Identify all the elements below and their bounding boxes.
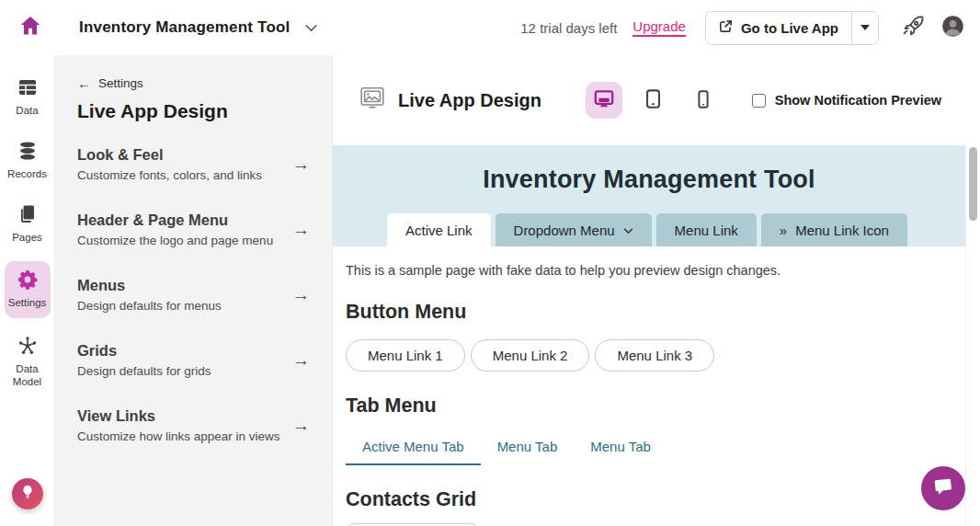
go-to-live-app-label: Go to Live App: [741, 20, 838, 36]
menu-tab[interactable]: Menu Tab: [574, 430, 667, 465]
phone-icon: [692, 88, 714, 113]
sidebar-item-data-model[interactable]: Data Model: [5, 330, 51, 394]
account-menu-button[interactable]: [940, 14, 965, 42]
external-link-icon: [719, 19, 733, 36]
rail-label: Records: [7, 168, 47, 181]
button-menu-heading: Button Menu: [346, 301, 967, 324]
preview-tab-menu-link-icon[interactable]: » Menu Link Icon: [761, 213, 907, 246]
preview-content: This is a sample page with fake data to …: [333, 263, 980, 526]
help-ideas-button[interactable]: [12, 478, 43, 509]
menu-item-title: View Links: [77, 407, 280, 425]
tab-label: Dropdown Menu: [514, 223, 615, 238]
back-label: Settings: [98, 76, 143, 90]
active-menu-tab[interactable]: Active Menu Tab: [346, 430, 481, 465]
menu-item-header-page-menu[interactable]: Header & Page Menu Customize the logo an…: [77, 212, 310, 247]
show-notification-label: Show Notification Preview: [775, 93, 941, 108]
caret-down-icon: [860, 25, 870, 35]
go-to-live-app-dropdown[interactable]: [851, 12, 878, 44]
show-notification-preview-control: Show Notification Preview: [752, 93, 941, 108]
arrow-right-icon: [292, 220, 310, 240]
preview-menu-bar: Active Link Dropdown Menu Menu Link » Me…: [387, 213, 907, 246]
menu-item-subtitle: Design defaults for menus: [77, 299, 222, 313]
lightbulb-icon: [19, 484, 36, 504]
preview-tab-menu-link[interactable]: Menu Link: [656, 213, 757, 246]
table-icon: [17, 76, 39, 102]
settings-sidebar: Settings Live App Design Look & Feel Cus…: [55, 55, 333, 526]
rocket-icon: [901, 14, 926, 42]
phone-preview-button[interactable]: [685, 82, 722, 119]
menu-item-subtitle: Customize fonts, colors, and links: [77, 168, 262, 182]
menu-item-subtitle: Design defaults for grids: [77, 364, 211, 378]
arrow-right-icon: [292, 154, 310, 175]
sidebar-item-pages[interactable]: Pages: [5, 199, 51, 250]
preview-tab-active-link[interactable]: Active Link: [387, 213, 491, 246]
app-title: Inventory Management Tool: [79, 18, 291, 37]
sidebar-title: Live App Design: [77, 100, 310, 122]
sample-page-text: This is a sample page with fake data to …: [346, 263, 967, 278]
tab-menu-heading: Tab Menu: [346, 394, 967, 417]
whats-new-button[interactable]: [901, 14, 926, 42]
menu-link-2-button[interactable]: Menu Link 2: [471, 339, 590, 372]
rail-label: Settings: [8, 297, 47, 310]
go-to-live-app-button[interactable]: Go to Live App: [706, 12, 851, 44]
menu-item-menus[interactable]: Menus Design defaults for menus: [77, 277, 310, 313]
preview-banner: Inventory Management Tool Active Link Dr…: [333, 145, 965, 246]
main-panel: Live App Design: [333, 55, 980, 526]
menu-link-1-button[interactable]: Menu Link 1: [346, 339, 465, 372]
tab-menu-row: Active Menu Tab Menu Tab Menu Tab: [346, 430, 967, 465]
menu-item-subtitle: Customize how links appear in views: [77, 429, 280, 443]
home-icon: [18, 14, 42, 41]
menu-item-view-links[interactable]: View Links Customize how links appear in…: [77, 407, 310, 443]
show-notification-checkbox[interactable]: [752, 94, 766, 108]
rail-label: Data Model: [5, 363, 51, 389]
nav-rail: Data Records Pages Settings: [0, 55, 55, 526]
network-icon: [17, 335, 39, 360]
go-to-live-app-group: Go to Live App: [705, 11, 879, 45]
chat-support-button[interactable]: [921, 466, 965, 510]
topbar-right: 12 trial days left Upgrade Go to Live Ap…: [520, 11, 965, 45]
back-arrow-icon: [77, 75, 91, 91]
menu-item-title: Look & Feel: [77, 146, 262, 164]
tablet-preview-button[interactable]: [635, 82, 672, 119]
database-icon: [17, 140, 39, 166]
menu-item-grids[interactable]: Grids Design defaults for grids: [77, 342, 310, 378]
trial-days-text: 12 trial days left: [520, 20, 617, 36]
upgrade-link[interactable]: Upgrade: [632, 18, 686, 37]
design-menu: Look & Feel Customize fonts, colors, and…: [77, 146, 310, 443]
design-preview-icon: [359, 85, 386, 116]
contacts-grid-heading: Contacts Grid: [346, 488, 967, 511]
pages-icon: [17, 203, 39, 229]
arrow-right-icon: [292, 285, 310, 305]
menu-item-title: Grids: [77, 342, 211, 360]
gear-icon: [17, 269, 39, 294]
sidebar-item-settings[interactable]: Settings: [5, 261, 51, 318]
tab-label: Menu Link Icon: [795, 223, 889, 238]
app-switcher[interactable]: Inventory Management Tool: [79, 18, 318, 37]
menu-item-title: Menus: [77, 277, 222, 294]
tablet-icon: [642, 87, 665, 113]
preview-app-title: Inventory Management Tool: [333, 145, 965, 194]
menu-item-look-and-feel[interactable]: Look & Feel Customize fonts, colors, and…: [77, 146, 310, 182]
desktop-preview-button[interactable]: [586, 82, 622, 119]
rail-label: Data: [16, 105, 38, 118]
menu-link-3-button[interactable]: Menu Link 3: [595, 339, 714, 372]
back-to-settings-link[interactable]: Settings: [77, 75, 143, 91]
chevron-down-icon: [623, 228, 633, 234]
sidebar-item-data[interactable]: Data: [5, 72, 51, 123]
button-menu-row: Menu Link 1 Menu Link 2 Menu Link 3: [346, 339, 967, 372]
menu-tab[interactable]: Menu Tab: [481, 430, 575, 465]
preview-scrollbar-thumb[interactable]: [969, 147, 977, 221]
arrow-right-icon: [292, 350, 310, 371]
sidebar-item-records[interactable]: Records: [5, 135, 51, 187]
menu-item-title: Header & Page Menu: [77, 212, 273, 229]
preview-tab-dropdown-menu[interactable]: Dropdown Menu: [496, 213, 652, 246]
chevron-down-icon: [304, 24, 318, 32]
tab-label: Active Link: [405, 223, 473, 238]
topbar: Inventory Management Tool 12 trial days …: [0, 0, 980, 55]
home-button[interactable]: [15, 12, 46, 43]
tab-label: Menu Link: [675, 223, 738, 238]
arrow-right-icon: [292, 416, 310, 436]
chat-bubble-icon: [931, 475, 955, 502]
guillemet-icon: »: [780, 223, 787, 238]
rail-label: Pages: [12, 232, 42, 245]
